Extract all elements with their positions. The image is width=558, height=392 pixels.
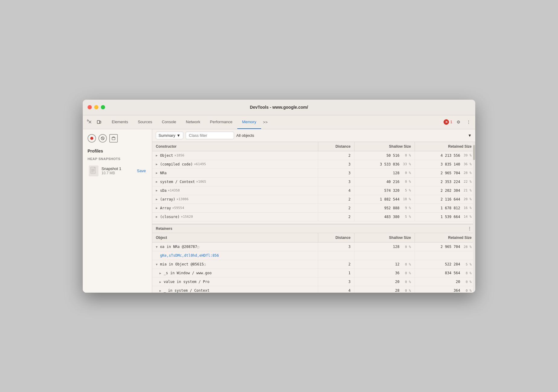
tab-sources[interactable]: Sources	[133, 115, 157, 129]
upper-panel: Constructor Distance Shallow Size Retain…	[152, 142, 475, 224]
clear-button[interactable]	[98, 134, 107, 143]
expand-icon[interactable]: ▶	[156, 180, 160, 183]
panel-area: Summary ▼ All objects ▼ Constructor Dist…	[152, 129, 475, 293]
main-content: Profiles HEAP SNAPSHOTS Snapshot 1 10.7 …	[83, 129, 475, 293]
minimize-button[interactable]	[94, 105, 98, 109]
tab-memory[interactable]: Memory	[237, 115, 261, 129]
snapshot-icon	[89, 165, 98, 176]
retainer-row[interactable]: ▼ mia in Object @85615 □ 2 120 % 522 284…	[152, 260, 475, 269]
summary-dropdown[interactable]: Summary ▼	[156, 132, 183, 139]
retainer-row[interactable]: ▼ oa in NRa @208787 □ 3 1280 % 2 965 704…	[152, 243, 475, 251]
td-distance: 2	[318, 195, 354, 204]
node-icon: □	[204, 262, 206, 266]
source-link[interactable]: gKe,sTsDMc,dtl0hd,eHDfl:856	[160, 253, 219, 258]
td-retained: 4 213 55639 %	[415, 151, 475, 160]
ret-td-shallow: 280 %	[354, 286, 415, 292]
maximize-button[interactable]	[101, 105, 105, 109]
panel-container: Constructor Distance Shallow Size Retain…	[152, 142, 475, 293]
retainer-row[interactable]: ▶ value in system / Pro 3 200 % 200 %	[152, 278, 475, 286]
selector-icon[interactable]	[85, 118, 94, 126]
upper-table-header: Constructor Distance Shallow Size Retain…	[152, 142, 475, 151]
error-badge[interactable]: ✕ 1	[444, 119, 452, 125]
tab-network[interactable]: Network	[181, 115, 205, 129]
all-objects-dropdown[interactable]: All objects ▼	[236, 133, 472, 138]
retainers-menu-icon[interactable]: ⋮	[467, 226, 472, 231]
table-row[interactable]: ▶ system / Context ×1065 3 40 2160 % 2 3…	[152, 178, 475, 186]
ret-td-object: ▶ _s in Window / www.goo	[152, 269, 318, 277]
delete-button[interactable]	[109, 134, 118, 143]
td-constructor: ▶ NRa	[152, 169, 318, 177]
table-row[interactable]: ▶ Array ×59554 2 952 8889 % 1 678 81216 …	[152, 204, 475, 213]
td-retained: 1 678 81216 %	[415, 204, 475, 212]
expand-icon[interactable]: ▶	[156, 189, 160, 192]
ret-td-empty1	[318, 251, 354, 260]
main-scrollbar[interactable]	[473, 142, 475, 293]
node-icon: □	[197, 245, 199, 249]
expand-icon[interactable]: ▶	[159, 272, 164, 275]
td-constructor: ▶ (array) ×13006	[152, 195, 318, 204]
sidebar: Profiles HEAP SNAPSHOTS Snapshot 1 10.7 …	[83, 129, 152, 293]
tab-elements[interactable]: Elements	[107, 115, 133, 129]
expand-icon[interactable]: ▼	[156, 263, 160, 266]
ret-col-shallow: Shallow Size	[354, 233, 415, 242]
retainer-row[interactable]: ▶ _s in Window / www.goo 1 360 % 834 564…	[152, 269, 475, 278]
sidebar-title: Profiles	[88, 149, 147, 153]
retainer-link-row[interactable]: gKe,sTsDMc,dtl0hd,eHDfl:856	[152, 251, 475, 260]
more-tabs-button[interactable]: >>	[261, 118, 270, 126]
record-button[interactable]	[88, 134, 96, 143]
more-options-button[interactable]: ⋮	[464, 118, 473, 126]
tab-performance[interactable]: Performance	[205, 115, 237, 129]
device-icon[interactable]	[95, 118, 103, 126]
ret-td-object: ▶ value in system / Pro	[152, 278, 318, 286]
expand-icon[interactable]: ▶	[156, 171, 160, 175]
table-row[interactable]: ▶ (array) ×13006 2 1 882 54418 % 2 116 6…	[152, 195, 475, 204]
td-shallow: 952 8889 %	[354, 204, 415, 212]
close-button[interactable]	[88, 105, 92, 109]
toolbar-right: ✕ 1 ⚙ ⋮	[444, 118, 473, 126]
table-row[interactable]: ▶ (closure) ×15620 2 483 3805 % 1 539 66…	[152, 213, 475, 221]
td-distance: 3	[318, 169, 354, 177]
snapshot-size: 10.7 MB	[101, 171, 134, 175]
save-link[interactable]: Save	[137, 169, 146, 173]
retainer-row[interactable]: ▶ _ in system / Context 4 280 % 3640 %	[152, 286, 475, 292]
ret-col-object: Object	[152, 233, 318, 242]
expand-icon[interactable]: ▼	[156, 245, 160, 249]
nav-toolbar: Elements Sources Console Network Perform…	[83, 115, 475, 129]
table-row[interactable]: ▶ sDa ×14358 4 574 3205 % 2 202 30421 %	[152, 186, 475, 195]
tab-console[interactable]: Console	[157, 115, 181, 129]
col-shallow: Shallow Size	[354, 142, 415, 151]
class-filter-input[interactable]	[186, 132, 234, 139]
ret-td-distance: 3	[318, 278, 354, 286]
expand-icon[interactable]: ▶	[159, 280, 164, 284]
td-constructor: ▶ (compiled code) ×61495	[152, 160, 318, 169]
td-retained: 1 539 66414 %	[415, 213, 475, 221]
expand-icon[interactable]: ▶	[156, 215, 160, 218]
expand-icon[interactable]: ▶	[156, 206, 160, 210]
expand-icon[interactable]: ▶	[159, 289, 164, 292]
lower-panel: Retainers ⋮ Object Distance Shallow Size…	[152, 224, 475, 292]
table-row[interactable]: ▶ (compiled code) ×61495 3 3 533 03633 %…	[152, 160, 475, 169]
col-constructor: Constructor	[152, 142, 318, 151]
ret-td-retained: 200 %	[415, 278, 475, 286]
expand-icon[interactable]: ▶	[156, 162, 160, 166]
retainers-table-header: Object Distance Shallow Size Retained Si…	[152, 233, 475, 243]
td-shallow: 574 3205 %	[354, 186, 415, 195]
td-shallow: 3 533 03633 %	[354, 160, 415, 169]
settings-button[interactable]: ⚙	[454, 118, 463, 126]
ret-td-shallow: 200 %	[354, 278, 415, 286]
retainers-header: Retainers ⋮	[152, 224, 475, 233]
td-constructor: ▶ Array ×59554	[152, 204, 318, 212]
td-distance: 2	[318, 151, 354, 160]
table-row[interactable]: ▶ Object ×1856 2 50 5160 % 4 213 55639 %	[152, 151, 475, 160]
devtools-window: DevTools - www.google.com/ Elements Sour…	[83, 100, 475, 293]
snapshot-item[interactable]: Snapshot 1 10.7 MB Save	[88, 164, 147, 178]
expand-icon[interactable]: ▶	[156, 154, 160, 157]
titlebar: DevTools - www.google.com/	[83, 100, 475, 115]
window-title: DevTools - www.google.com/	[250, 105, 308, 110]
ret-td-shallow: 1280 %	[354, 243, 415, 251]
table-row[interactable]: ▶ NRa 3 1280 % 2 965 70428 %	[152, 169, 475, 178]
expand-icon[interactable]: ▶	[156, 198, 160, 201]
snapshot-info: Snapshot 1 10.7 MB	[101, 166, 134, 175]
td-constructor: ▶ sDa ×14358	[152, 186, 318, 195]
ret-td-distance: 3	[318, 243, 354, 251]
